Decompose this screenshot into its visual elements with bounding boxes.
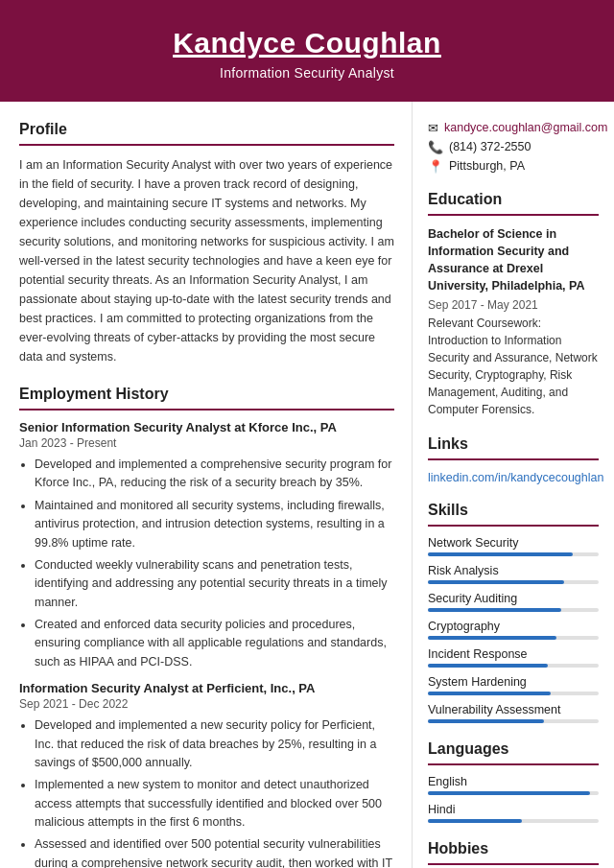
candidate-subtitle: Information Security Analyst (19, 65, 595, 81)
skill-label: Incident Response (428, 647, 599, 661)
job-0-title: Senior Information Security Analyst at K… (19, 420, 394, 434)
skill-bar-fill (428, 636, 556, 640)
list-item: Created and enforced data security polic… (35, 616, 394, 671)
right-column: ✉ kandyce.coughlan@gmail.com 📞 (814) 372… (413, 102, 614, 868)
email-icon: ✉ (428, 121, 438, 135)
skill-item: Vulnerability Assessment (428, 703, 599, 723)
location-text: Pittsburgh, PA (449, 159, 525, 173)
skill-bar-fill (428, 580, 564, 584)
contact-phone-item: 📞 (814) 372-2550 (428, 140, 599, 154)
language-item: English (428, 775, 599, 795)
skill-bar-fill (428, 552, 573, 556)
languages-container: English Hindi (428, 775, 599, 823)
skill-bar-fill (428, 608, 561, 612)
contact-email-item: ✉ kandyce.coughlan@gmail.com (428, 121, 599, 135)
profile-divider (19, 144, 394, 146)
job-1-title: Information Security Analyst at Perficie… (19, 681, 394, 695)
list-item: Assessed and identified over 500 potenti… (35, 835, 394, 868)
left-column: Profile I am an Information Security Ana… (0, 102, 413, 868)
skill-bar-bg (428, 664, 599, 668)
employment-divider (19, 409, 394, 411)
skill-bar-bg (428, 580, 599, 584)
skills-divider (428, 525, 599, 527)
profile-section: Profile I am an Information Security Ana… (19, 121, 394, 366)
skill-bar-bg (428, 608, 599, 612)
skills-section: Skills Network Security Risk Analysis Se… (428, 502, 599, 723)
language-bar-bg (428, 791, 599, 795)
linkedin-link[interactable]: linkedin.com/in/kandycecoughlan (428, 471, 603, 484)
profile-title: Profile (19, 121, 394, 138)
skill-bar-fill (428, 664, 548, 668)
profile-text: I am an Information Security Analyst wit… (19, 155, 394, 366)
job-0-dates: Jan 2023 - Present (19, 436, 394, 450)
skill-item: Risk Analysis (428, 564, 599, 584)
job-1: Information Security Analyst at Perficie… (19, 681, 394, 868)
list-item: Maintained and monitored all security sy… (35, 497, 394, 552)
contact-section: ✉ kandyce.coughlan@gmail.com 📞 (814) 372… (428, 121, 599, 174)
job-1-bullets: Developed and implemented a new security… (19, 716, 394, 868)
skill-bar-bg (428, 692, 599, 695)
languages-divider (428, 763, 599, 765)
edu-coursework: Relevant Coursework: Introduction to Inf… (428, 315, 599, 418)
language-item: Hindi (428, 803, 599, 823)
employment-title: Employment History (19, 386, 394, 403)
skill-label: Cryptography (428, 620, 599, 633)
skill-label: Risk Analysis (428, 564, 599, 577)
skill-bar-fill (428, 719, 544, 723)
resume-wrapper: Kandyce Coughlan Information Security An… (0, 0, 614, 868)
body-columns: Profile I am an Information Security Ana… (0, 102, 614, 868)
employment-section: Employment History Senior Information Se… (19, 386, 394, 868)
skill-label: Security Auditing (428, 592, 599, 605)
list-item: Implemented a new system to monitor and … (35, 776, 394, 832)
skill-bar-bg (428, 719, 599, 723)
language-label: English (428, 775, 599, 788)
language-bar-fill (428, 791, 590, 795)
skill-bar-bg (428, 552, 599, 556)
list-item: Conducted weekly vulnerability scans and… (35, 556, 394, 612)
skill-label: Vulnerability Assessment (428, 703, 599, 716)
header: Kandyce Coughlan Information Security An… (0, 0, 614, 102)
education-title: Education (428, 191, 599, 208)
job-0: Senior Information Security Analyst at K… (19, 420, 394, 671)
job-0-bullets: Developed and implemented a comprehensiv… (19, 456, 394, 671)
skills-container: Network Security Risk Analysis Security … (428, 536, 599, 723)
education-divider (428, 214, 599, 216)
language-bar-fill (428, 819, 522, 823)
language-label: Hindi (428, 803, 599, 816)
skill-bar-fill (428, 692, 551, 695)
links-divider (428, 458, 599, 460)
skill-item: Incident Response (428, 647, 599, 668)
links-section: Links linkedin.com/in/kandycecoughlan (428, 435, 599, 484)
education-section: Education Bachelor of Science in Informa… (428, 191, 599, 418)
candidate-name: Kandyce Coughlan (19, 27, 595, 59)
contact-location-item: 📍 Pittsburgh, PA (428, 159, 599, 174)
language-bar-bg (428, 819, 599, 823)
skills-title: Skills (428, 502, 599, 519)
skill-item: System Hardening (428, 675, 599, 695)
skill-item: Cryptography (428, 620, 599, 640)
hobbies-section: Hobbies (428, 840, 599, 865)
edu-degree: Bachelor of Science in Information Secur… (428, 225, 599, 295)
hobbies-title: Hobbies (428, 840, 599, 857)
list-item: Developed and implemented a new security… (35, 716, 394, 772)
skill-label: System Hardening (428, 675, 599, 689)
hobbies-divider (428, 863, 599, 865)
skill-bar-bg (428, 636, 599, 640)
languages-title: Languages (428, 740, 599, 758)
phone-icon: 📞 (428, 140, 443, 154)
skill-item: Network Security (428, 536, 599, 556)
list-item: Developed and implemented a comprehensiv… (35, 456, 394, 493)
skill-item: Security Auditing (428, 592, 599, 612)
skill-label: Network Security (428, 536, 599, 550)
job-1-dates: Sep 2021 - Dec 2022 (19, 697, 394, 711)
languages-section: Languages English Hindi (428, 740, 599, 823)
edu-dates: Sep 2017 - May 2021 (428, 298, 599, 312)
email-link[interactable]: kandyce.coughlan@gmail.com (444, 121, 607, 134)
links-title: Links (428, 435, 599, 453)
phone-text: (814) 372-2550 (449, 140, 531, 153)
location-icon: 📍 (428, 159, 443, 174)
